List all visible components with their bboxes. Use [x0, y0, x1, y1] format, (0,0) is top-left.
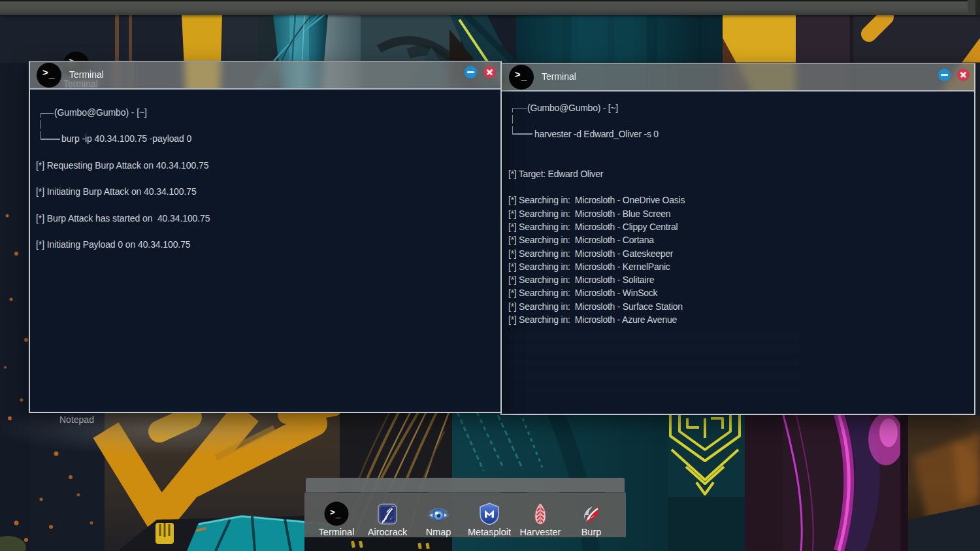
svg-text:>: > [330, 507, 335, 517]
svg-text:_: _ [335, 509, 341, 519]
